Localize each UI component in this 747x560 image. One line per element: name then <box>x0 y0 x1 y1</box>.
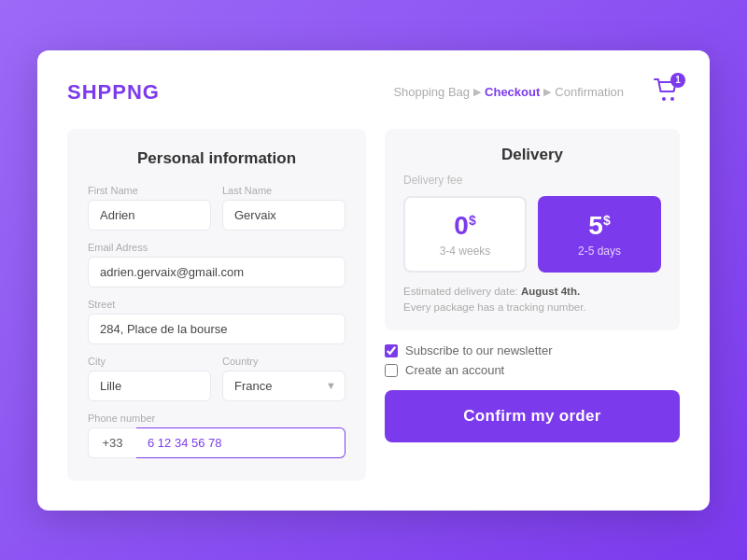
phone-group: Phone number +33 <box>88 413 345 458</box>
newsletter-label: Subscribe to our newsletter <box>405 343 553 357</box>
last-name-group: Last Name <box>222 185 345 231</box>
first-name-label: First Name <box>88 185 211 196</box>
email-input[interactable] <box>88 257 345 287</box>
street-input[interactable] <box>88 314 345 344</box>
delivery-free-days: 3-4 weeks <box>415 245 515 258</box>
personal-info-panel: Personal information First Name Last Nam… <box>67 129 366 481</box>
newsletter-checkbox-item[interactable]: Subscribe to our newsletter <box>385 343 680 357</box>
header: SHPPNG Shopping Bag ▶ Checkout ▶ Confirm… <box>67 78 680 106</box>
country-group: Country France Germany UK Spain Italy ▼ <box>222 356 345 401</box>
delivery-title: Delivery <box>403 146 661 164</box>
phone-input[interactable] <box>136 427 345 458</box>
phone-prefix: +33 <box>88 427 136 458</box>
delivery-fast-price: 5$ <box>549 211 650 241</box>
estimated-note-suffix: Every package has a tracking number. <box>403 301 586 313</box>
estimated-note-prefix: Estimated delivery date: <box>403 286 521 297</box>
breadcrumb: Shopping Bag ▶ Checkout ▶ Confirmation <box>393 85 624 99</box>
phone-row: +33 <box>88 427 345 458</box>
first-name-input[interactable] <box>88 200 211 231</box>
delivery-fast-days: 2-5 days <box>549 245 650 258</box>
email-group: Email Adress <box>88 242 345 287</box>
svg-point-1 <box>670 97 674 101</box>
delivery-option-free[interactable]: 0$ 3-4 weeks <box>403 196 527 273</box>
country-select-wrap: France Germany UK Spain Italy ▼ <box>222 371 345 401</box>
checkbox-group: Subscribe to our newsletter Create an ac… <box>385 343 680 377</box>
city-label: City <box>88 356 211 367</box>
delivery-free-price: 0$ <box>415 211 515 241</box>
right-panel: Delivery Delivery fee 0$ 3-4 weeks 5$ 2-… <box>385 129 680 481</box>
cart-button[interactable]: 1 <box>654 78 680 106</box>
checkout-card: SHPPNG Shopping Bag ▶ Checkout ▶ Confirm… <box>37 50 710 511</box>
delivery-note: Estimated delivery date: August 4th. Eve… <box>403 284 661 316</box>
breadcrumb-step1: Shopping Bag <box>393 85 470 99</box>
city-input[interactable] <box>88 371 211 401</box>
street-group: Street <box>88 299 345 344</box>
delivery-panel: Delivery Delivery fee 0$ 3-4 weeks 5$ 2-… <box>385 129 680 331</box>
create-account-checkbox[interactable] <box>385 364 398 377</box>
city-country-row: City Country France Germany UK Spain Ita… <box>88 356 345 401</box>
create-account-checkbox-item[interactable]: Create an account <box>385 363 680 377</box>
first-name-group: First Name <box>88 185 211 231</box>
personal-info-title: Personal information <box>88 149 345 168</box>
delivery-fee-label: Delivery fee <box>403 174 661 187</box>
main-content: Personal information First Name Last Nam… <box>67 129 680 481</box>
country-select[interactable]: France Germany UK Spain Italy <box>222 371 345 401</box>
delivery-option-fast[interactable]: 5$ 2-5 days <box>538 196 661 273</box>
breadcrumb-step2: Checkout <box>485 85 540 99</box>
city-group: City <box>88 356 211 401</box>
cart-badge: 1 <box>670 73 685 88</box>
name-row: First Name Last Name <box>88 185 345 231</box>
last-name-input[interactable] <box>222 200 345 231</box>
breadcrumb-sep2: ▶ <box>543 86 551 98</box>
delivery-options: 0$ 3-4 weeks 5$ 2-5 days <box>403 196 661 273</box>
confirm-order-button[interactable]: Confirm my order <box>385 390 680 442</box>
logo: SHPPNG <box>67 80 160 105</box>
country-label: Country <box>222 356 345 367</box>
breadcrumb-sep1: ▶ <box>473 86 481 98</box>
newsletter-checkbox[interactable] <box>385 344 398 357</box>
breadcrumb-step3: Confirmation <box>555 85 624 99</box>
email-label: Email Adress <box>88 242 345 253</box>
estimated-date: August 4th. <box>521 286 580 297</box>
create-account-label: Create an account <box>405 363 504 377</box>
svg-point-0 <box>662 97 666 101</box>
last-name-label: Last Name <box>222 185 345 196</box>
street-label: Street <box>88 299 345 310</box>
phone-label: Phone number <box>88 413 345 424</box>
